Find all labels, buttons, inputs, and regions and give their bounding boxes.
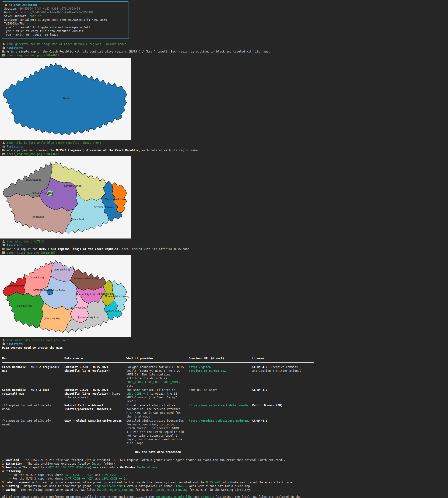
region-label-ustecky: Ústecký kraj bbox=[30, 276, 44, 279]
region-label-liberecky: Liberecký kraj bbox=[54, 268, 70, 271]
app-title: AI Chat Assistant bbox=[9, 3, 38, 7]
data-sources-heading: Data sources used to create the maps bbox=[2, 346, 448, 350]
user-message-2-text: You: this is just whole blue czech repub… bbox=[7, 141, 101, 145]
processing-section-title: How the data were processed bbox=[2, 450, 314, 454]
processing-steps-list: 1 Download – The GISCO NUTS zip file was… bbox=[2, 458, 448, 492]
hint-file: Type '.file' to copy file into executor … bbox=[4, 29, 126, 33]
message-group-3: You: what about NUTS-3 Assistant: Below … bbox=[2, 240, 448, 337]
cell-download-url-link[interactable]: https://gisco-services.ec.europa.eu… bbox=[189, 365, 252, 388]
executor-line: Executor container: autogen-code-exec-63… bbox=[4, 18, 126, 25]
processing-step: 5 Label placement – For each polygon a r… bbox=[2, 481, 448, 484]
region-label-stredni-morava: Střední Morava bbox=[94, 206, 113, 209]
cell-provides: Global level-1 administrative boundaries… bbox=[127, 403, 189, 418]
image-icon bbox=[2, 54, 5, 57]
user-message-3-text: You: what about NUTS-3 bbox=[7, 240, 44, 243]
table-row: Czech Republic – NUTS-2 (regional) map E… bbox=[2, 365, 314, 388]
cell-data-source: Eurostat GISCO – NUTS 2021 shapefile (10… bbox=[64, 365, 127, 388]
robot-icon bbox=[2, 145, 5, 148]
region-label-jihozapad: Jihozápad bbox=[32, 215, 44, 218]
terminal-window: AI Chat Assistant Session: 86465664-4fd4… bbox=[0, 0, 448, 498]
user-icon bbox=[2, 240, 5, 243]
robot-icon bbox=[2, 46, 5, 49]
cell-data-source: Eurostat GISCO – NUTS 2021 shapefile (10… bbox=[64, 388, 127, 403]
czech-country-map: None bbox=[0, 58, 131, 140]
file-name-1: czech_regions_map.png (800x466) bbox=[7, 54, 59, 57]
file-name-3: czech_nuts3_map.png (800x465) bbox=[7, 251, 56, 254]
user-message-1-text: You: generate for me image map of Czech … bbox=[7, 43, 127, 46]
assistant-text-1: Here is a simple map of the Czech Republ… bbox=[2, 50, 448, 53]
table-row: (Attempted but not ultimately used) Natu… bbox=[2, 403, 314, 418]
cell-download-url-link[interactable]: https://geodata.ucdavis.edu/gadm/ga… bbox=[189, 419, 252, 445]
assistant-label-2: Assistant: bbox=[2, 145, 448, 148]
cell-provides: Detailed administrative boundaries for m… bbox=[127, 419, 189, 445]
region-label-zlinsky: Zlínský kraj bbox=[106, 309, 119, 312]
hint-internal: Type '.internal' to toggle internal mess… bbox=[4, 25, 126, 29]
column-header-license: License bbox=[252, 357, 314, 360]
region-label-plzensky: Plzeňský kraj bbox=[17, 305, 32, 307]
column-header-data-source: Data source bbox=[64, 357, 127, 360]
cell-map-name: (Attempted but not ultimately used) bbox=[2, 419, 64, 445]
message-group-4: You: what data sources have you used? As… bbox=[2, 338, 448, 498]
assistant-label-text: Assistant: bbox=[7, 46, 24, 49]
cell-download-url-link[interactable]: https://www.naturalearthdata.com/do… bbox=[189, 403, 252, 418]
region-label-praha-nuts3: Hlavní město Praha bbox=[43, 289, 65, 292]
robot-icon bbox=[2, 244, 5, 247]
robot-icon bbox=[2, 342, 5, 345]
user-icon bbox=[2, 339, 5, 342]
message-group-1: You: generate for me image map of Czech … bbox=[2, 42, 448, 140]
closing-paragraph: All of the above steps were performed pr… bbox=[2, 495, 310, 498]
file-line-1: czech_regions_map.png (800x466) bbox=[2, 53, 448, 57]
user-message-1: You: generate for me image map of Czech … bbox=[2, 42, 448, 46]
processing-step: 2 Extraction – The zip archive was extra… bbox=[2, 462, 448, 466]
table-header-row: Map Data source What it provides Downloa… bbox=[2, 357, 314, 360]
region-label-praha: Praha bbox=[47, 192, 53, 194]
assistant-label-3: Assistant: bbox=[2, 243, 448, 247]
assistant-label-4: Assistant: bbox=[2, 342, 448, 346]
user-message-3: You: what about NUTS-3 bbox=[2, 240, 448, 243]
file-name-2: czech_regions_map.png (800x466) bbox=[7, 152, 59, 156]
table-row: (Attempted but not ultimately used) GADM… bbox=[2, 419, 314, 445]
user-message-2: You: this is just whole blue czech repub… bbox=[2, 141, 448, 145]
processing-step: 7 Saving – The resulting images were sav… bbox=[2, 488, 448, 492]
region-label-moravskoslezsky: Moravskoslezský kraj bbox=[105, 295, 129, 297]
user-icon bbox=[2, 43, 5, 46]
assistant-label-text: Assistant: bbox=[7, 244, 24, 247]
session-info-box: AI Chat Assistant Session: 86465664-4fd4… bbox=[2, 1, 129, 39]
cell-provides: The same dataset, filtered to LEVL_CODE … bbox=[127, 388, 189, 403]
region-label-jihocesky: Jihočeský kraj bbox=[44, 317, 60, 320]
cell-data-source: Natural Earth – Admin-1 (states/province… bbox=[64, 403, 127, 418]
region-label-moravskoslezsko: Moravskoslezsko bbox=[105, 198, 126, 201]
file-line-2: czech_regions_map.png (800x466) bbox=[2, 152, 448, 156]
data-sources-table: Map Data source What it provides Downloa… bbox=[2, 357, 314, 445]
region-label-kralovehradecky: Královéhradecký kraj bbox=[74, 277, 98, 280]
cell-map-name: (Attempted but not ultimately used) bbox=[2, 403, 64, 418]
user-message-4-text: You: what data sources have you used? bbox=[7, 339, 69, 342]
processing-step: 6 Plotting – Matplotlib was used to draw… bbox=[2, 484, 448, 488]
file-line-3: czech_nuts3_map.png (800x465) bbox=[2, 251, 448, 255]
workdir-line: Work dir: coding/86465664-4fd4-4b23-9a08… bbox=[4, 11, 126, 14]
cell-map-name: Czech Republic – NUTS-3 (sub-regional) m… bbox=[2, 388, 64, 403]
processing-step-bullet: For the NUTS-3 map: rows where CNTR_CODE… bbox=[2, 477, 448, 481]
region-label-karlovarsky: Karlovarský kraj bbox=[6, 285, 25, 287]
cell-license: CC-BY-4.0 bbox=[252, 388, 314, 403]
hint-exit: Type '.exit' or '.quit' to leave. bbox=[4, 33, 126, 37]
app-title-line: AI Chat Assistant bbox=[4, 3, 126, 7]
assistant-text-2: Here's a proper map showing the NUTS-2 (… bbox=[2, 148, 448, 152]
cell-license: CC-BY-4.0 (Creative Commons Attribution … bbox=[252, 365, 314, 388]
column-header-url: Download URL (direct) bbox=[189, 357, 252, 360]
column-header-provides: What it provides bbox=[127, 357, 189, 360]
column-header-map: Map bbox=[2, 357, 64, 360]
assistant-text-3: Below is a map of the NUTS-3 sub-regions… bbox=[2, 247, 448, 251]
region-label-severozapad: Severozápad bbox=[26, 178, 42, 181]
map-image-nuts3: Karlovarský kraj Ústecký kraj Liberecký … bbox=[0, 255, 131, 337]
region-label-jihovychod: Jihovýchod bbox=[70, 218, 84, 221]
cell-license: CC-BY-4.0 bbox=[252, 419, 314, 445]
assistant-label-1: Assistant: bbox=[2, 46, 448, 50]
processing-step: 3 Reading – The shapefile (NUTS_RG_10M_2… bbox=[2, 466, 448, 469]
cell-download-url: Same URL as above bbox=[189, 388, 252, 403]
user-icon bbox=[2, 141, 5, 144]
processing-step: 1 Download – The GISCO NUTS zip file was… bbox=[2, 458, 448, 462]
map-image-nuts2: Severozápad Severovýchod Střední Čechy P… bbox=[0, 156, 131, 239]
region-label-pardubicky: Pardubický kraj bbox=[77, 293, 95, 296]
cell-provides: Polygon boundaries for all EU NUTS level… bbox=[127, 365, 189, 388]
